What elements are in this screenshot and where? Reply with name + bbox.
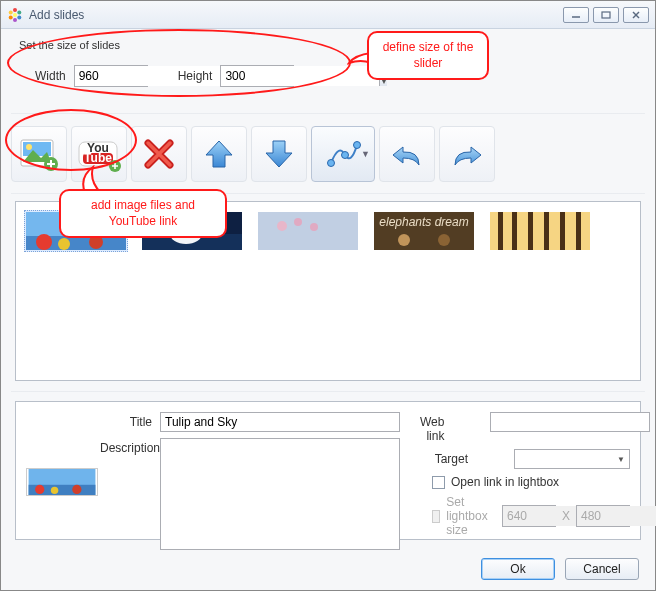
selected-thumbnail-preview <box>26 468 98 496</box>
thumbnail-item[interactable] <box>256 210 360 252</box>
svg-rect-45 <box>560 212 565 250</box>
svg-rect-42 <box>512 212 517 250</box>
svg-point-22 <box>354 142 361 149</box>
dialog-content: Set the size of slides Width ▲▼ Height ▲… <box>1 29 655 590</box>
height-label: Height <box>178 69 213 83</box>
annotation-size-callout: define size of the slider <box>367 31 489 80</box>
svg-rect-44 <box>544 212 549 250</box>
ok-button[interactable]: Ok <box>481 558 555 580</box>
svg-text:elephants dream: elephants dream <box>379 215 468 229</box>
svg-rect-31 <box>258 212 358 250</box>
svg-point-2 <box>17 10 21 14</box>
thumbnail-image: elephants dream <box>374 212 474 250</box>
nodes-path-icon <box>325 137 361 171</box>
width-spinner[interactable]: ▲▼ <box>74 65 148 87</box>
size-legend: Set the size of slides <box>19 39 120 51</box>
width-label: Width <box>35 69 66 83</box>
svg-point-49 <box>35 485 44 494</box>
window-buttons <box>563 7 649 23</box>
chevron-down-icon: ▼ <box>617 455 625 464</box>
x-label: X <box>562 509 570 523</box>
svg-rect-46 <box>576 212 581 250</box>
maximize-button[interactable] <box>593 7 619 23</box>
height-spinner[interactable]: ▲▼ <box>220 65 294 87</box>
window-title: Add slides <box>29 8 563 22</box>
svg-point-39 <box>438 234 450 246</box>
undo-icon <box>389 139 425 169</box>
lightbox-width-spinner: ▲▼ <box>502 505 556 527</box>
target-label: Target <box>420 449 476 466</box>
move-up-button[interactable] <box>191 126 247 182</box>
redo-button[interactable] <box>439 126 495 182</box>
minimize-button[interactable] <box>563 7 589 23</box>
svg-point-51 <box>72 485 81 494</box>
weblink-input[interactable] <box>490 412 650 432</box>
target-select[interactable]: ▼ <box>514 449 630 469</box>
open-lightbox-checkbox[interactable] <box>432 476 445 489</box>
slide-size-group: Set the size of slides Width ▲▼ Height ▲… <box>11 39 356 99</box>
redo-icon <box>449 139 485 169</box>
svg-rect-8 <box>602 12 610 18</box>
annotation-add-callout: add image files and YouTube link <box>59 189 227 238</box>
transition-button[interactable]: ▼ <box>311 126 375 182</box>
svg-point-32 <box>277 221 287 231</box>
set-lightbox-checkbox <box>432 510 440 523</box>
dialog-footer: Ok Cancel <box>481 558 639 580</box>
svg-point-20 <box>328 160 335 167</box>
svg-point-26 <box>58 238 70 250</box>
open-lightbox-label: Open link in lightbox <box>451 475 559 489</box>
description-textarea[interactable] <box>160 438 400 550</box>
title-label: Title <box>100 412 160 429</box>
svg-point-34 <box>310 223 318 231</box>
divider <box>11 113 645 114</box>
move-down-button[interactable] <box>251 126 307 182</box>
delete-x-icon <box>142 137 176 171</box>
svg-point-1 <box>13 8 17 12</box>
svg-point-0 <box>13 13 17 17</box>
thumbnail-image <box>258 212 358 250</box>
svg-text:Tube: Tube <box>84 151 112 165</box>
lightbox-height-spinner: ▲▼ <box>576 505 630 527</box>
details-panel: Title Description Web link Target ▼ <box>15 401 641 540</box>
thumbnail-item[interactable]: elephants dream <box>372 210 476 252</box>
svg-rect-43 <box>528 212 533 250</box>
arrow-down-icon <box>262 137 296 171</box>
svg-point-33 <box>294 218 302 226</box>
cancel-button[interactable]: Cancel <box>565 558 639 580</box>
weblink-label: Web link <box>420 412 452 443</box>
thumbnail-image <box>490 212 590 250</box>
svg-point-6 <box>9 10 13 14</box>
description-label: Description <box>100 438 160 455</box>
svg-point-13 <box>26 144 32 150</box>
svg-point-50 <box>51 487 58 494</box>
titlebar: Add slides <box>1 1 655 29</box>
set-lightbox-label: Set lightbox size <box>446 495 496 537</box>
undo-button[interactable] <box>379 126 435 182</box>
arrow-up-icon <box>202 137 236 171</box>
picture-plus-icon <box>19 136 59 172</box>
divider <box>11 391 645 392</box>
close-button[interactable] <box>623 7 649 23</box>
svg-point-21 <box>342 152 349 159</box>
svg-rect-40 <box>490 212 590 250</box>
svg-rect-41 <box>498 212 503 250</box>
svg-point-3 <box>17 15 21 19</box>
remove-button[interactable] <box>131 126 187 182</box>
app-icon <box>7 7 23 23</box>
chevron-down-icon: ▼ <box>361 149 370 159</box>
svg-point-5 <box>9 15 13 19</box>
svg-point-4 <box>13 18 17 22</box>
add-image-button[interactable] <box>11 126 67 182</box>
lightbox-height-input <box>577 506 656 526</box>
dialog-window: Add slides Set the size of slides Width … <box>0 0 656 591</box>
thumbnail-item[interactable] <box>488 210 592 252</box>
svg-point-38 <box>398 234 410 246</box>
svg-point-25 <box>36 234 52 250</box>
title-input[interactable] <box>160 412 400 432</box>
